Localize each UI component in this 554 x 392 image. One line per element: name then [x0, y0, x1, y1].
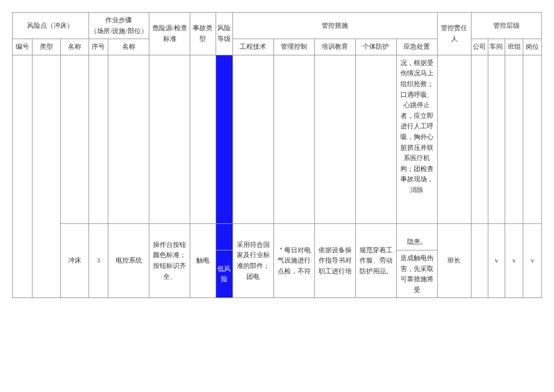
hdr-pxjy: 培训教育	[314, 39, 355, 55]
cell-yjcz-tail: 隐患。	[396, 223, 437, 250]
hdr-gs: 公司	[471, 39, 488, 55]
table-header: 风险点（冲床） 作业步骤 （场所/设施/部位） 危险源/检查标准 事故类型 风险…	[13, 13, 542, 55]
cell-mc	[60, 55, 89, 223]
cell-gs	[471, 223, 488, 298]
cell-yjcz: 造成触电伤害，先采取可靠措施将受	[396, 250, 437, 297]
cell-pxjy	[314, 55, 355, 223]
hdr-control-level: 管控层级	[471, 13, 541, 39]
cell-glkz: ＂每日对电气设施进行点检，不符	[273, 223, 314, 298]
hdr-mc: 名称	[60, 39, 89, 55]
cell-pxjy: 依据设备操作指导书对职工进行培	[314, 223, 355, 298]
cell-wxy: 操作台按钮颜色标准；按钮标识齐全、	[149, 223, 190, 298]
cell-wxy	[149, 55, 190, 223]
cell-glkz	[273, 55, 314, 223]
cell-bm: 电控系统	[108, 223, 149, 298]
hdr-cj: 车间	[488, 39, 505, 55]
cell-bh	[13, 55, 33, 298]
cell-bm	[108, 55, 149, 223]
cell-bz	[505, 55, 523, 223]
hdr-accident-type: 事故类型	[190, 13, 216, 55]
cell-gw	[523, 55, 542, 223]
cell-sg: 触电	[190, 223, 216, 298]
cell-zrr	[437, 55, 471, 223]
cell-gw: v	[523, 223, 542, 298]
table-row: 冲床 3 电控系统 操作台按钮颜色标准；按钮标识齐全、 触电 隐患。 采用符合国…	[13, 223, 542, 250]
cell-zrr: 班长	[437, 223, 471, 298]
hdr-yjcz: 应急处置	[396, 39, 437, 55]
cell-gcjs	[232, 55, 273, 223]
hdr-glkz: 管理控制	[273, 39, 314, 55]
hdr-hazard-std: 危险源/检查标准	[149, 13, 190, 55]
hdr-responsible: 管控责任人	[437, 13, 471, 55]
risk-assessment-table: 风险点（冲床） 作业步骤 （场所/设施/部位） 危险源/检查标准 事故类型 风险…	[12, 12, 542, 298]
hdr-gcjs: 工程技术	[232, 39, 273, 55]
cell-gtfh: 规范穿着工作服、劳动防护用品。	[355, 223, 396, 298]
hdr-bm: 名称	[108, 39, 149, 55]
cell-xh	[89, 55, 108, 223]
cell-fxdj	[216, 55, 232, 223]
cell-cj: v	[488, 223, 505, 298]
hdr-bz: 班组	[505, 39, 523, 55]
hdr-control-measures: 管控措施	[232, 13, 437, 39]
cell-fxdj-tail: 隐患。	[216, 223, 232, 250]
cell-sg	[190, 55, 216, 223]
cell-lx	[32, 55, 60, 298]
hdr-bh: 编号	[13, 39, 33, 55]
cell-bz: v	[505, 223, 523, 298]
hdr-xh: 序号	[89, 39, 108, 55]
cell-xh: 3	[89, 223, 108, 298]
cell-gcjs: 采用符合国家及行业标准的部件；团电	[232, 223, 273, 298]
table-row: 况，根据受伤情况马上组织抢救；口遇呼吸、心跳停止者，应立即进行人工呼吸，胸外心脏…	[13, 55, 542, 223]
hdr-gw: 岗位	[523, 39, 542, 55]
cell-gtfh	[355, 55, 396, 223]
cell-fxdj: 低风险	[216, 250, 232, 297]
hdr-risk-level: 风险等级	[216, 13, 232, 55]
hdr-lx: 类型	[32, 39, 60, 55]
cell-yjcz: 况，根据受伤情况马上组织抢救；口遇呼吸、心跳停止者，应立即进行人工呼吸，胸外心脏…	[396, 55, 437, 223]
cell-mc: 冲床	[60, 223, 89, 298]
cell-gs	[471, 55, 488, 223]
cell-cj	[488, 55, 505, 223]
table-body: 况，根据受伤情况马上组织抢救；口遇呼吸、心跳停止者，应立即进行人工呼吸，胸外心脏…	[13, 55, 542, 298]
hdr-risk-point: 风险点（冲床）	[13, 13, 89, 39]
hdr-work-step: 作业步骤 （场所/设施/部位）	[89, 13, 149, 39]
hdr-gtfh: 个体防护	[355, 39, 396, 55]
